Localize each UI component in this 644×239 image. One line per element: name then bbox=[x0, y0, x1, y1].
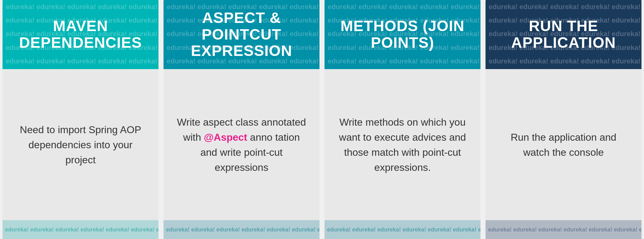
card-2-body-text: Write aspect class annotated with @Aspec… bbox=[176, 115, 307, 175]
card-3-title: METHODS (JOIN POINTS) bbox=[334, 18, 471, 51]
card-1-footer-watermark: edureka! edureka! edureka! edureka! edur… bbox=[3, 226, 158, 233]
card-4-header: edureka! edureka! edureka! edureka! edur… bbox=[486, 0, 641, 69]
card-4-footer: edureka! edureka! edureka! edureka! edur… bbox=[486, 220, 641, 239]
card-3-body-text: Write methods on which you want to execu… bbox=[337, 115, 468, 175]
card-run-application: edureka! edureka! edureka! edureka! edur… bbox=[486, 0, 641, 239]
card-1-body: Need to import Spring AOP dependencies i… bbox=[3, 69, 158, 220]
card-aspect-pointcut: edureka! edureka! edureka! edureka! edur… bbox=[164, 0, 319, 239]
aspect-annotation-highlight: @Aspect bbox=[204, 132, 247, 143]
card-methods-join-points: edureka! edureka! edureka! edureka! edur… bbox=[325, 0, 480, 239]
card-1-footer: edureka! edureka! edureka! edureka! edur… bbox=[3, 220, 158, 239]
card-maven-dependencies: edureka! edureka! edureka! edureka! edur… bbox=[3, 0, 158, 239]
card-2-title: ASPECT & POINTCUT EXPRESSION bbox=[173, 10, 310, 59]
card-4-footer-watermark: edureka! edureka! edureka! edureka! edur… bbox=[486, 226, 641, 233]
card-4-body: Run the application and watch the consol… bbox=[486, 69, 641, 220]
card-1-title: MAVEN DEPENDENCIES bbox=[12, 18, 149, 51]
card-3-body: Write methods on which you want to execu… bbox=[325, 69, 480, 220]
card-3-footer-watermark: edureka! edureka! edureka! edureka! edur… bbox=[325, 226, 480, 233]
card-2-footer: edureka! edureka! edureka! edureka! edur… bbox=[164, 220, 319, 239]
card-4-body-text: Run the application and watch the consol… bbox=[498, 130, 629, 160]
card-1-header: edureka! edureka! edureka! edureka! edur… bbox=[3, 0, 158, 69]
card-1-body-text: Need to import Spring AOP dependencies i… bbox=[15, 122, 146, 167]
card-4-title: RUN THE APPLICATION bbox=[495, 18, 632, 51]
card-2-footer-watermark: edureka! edureka! edureka! edureka! edur… bbox=[164, 226, 319, 233]
card-2-header: edureka! edureka! edureka! edureka! edur… bbox=[164, 0, 319, 69]
card-3-header: edureka! edureka! edureka! edureka! edur… bbox=[325, 0, 480, 69]
page-wrapper: edureka! edureka! edureka! edureka! edur… bbox=[0, 0, 644, 239]
card-3-footer: edureka! edureka! edureka! edureka! edur… bbox=[325, 220, 480, 239]
card-2-body: Write aspect class annotated with @Aspec… bbox=[164, 69, 319, 220]
